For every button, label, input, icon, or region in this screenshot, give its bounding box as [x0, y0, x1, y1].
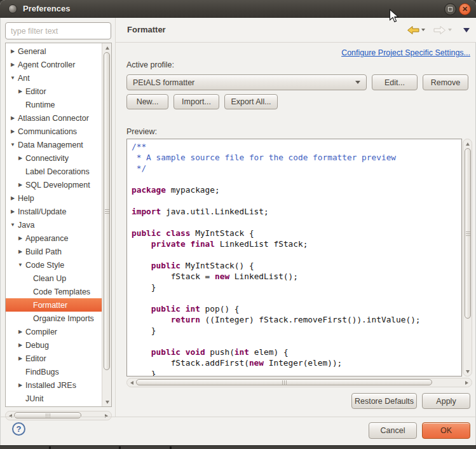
tree-item-label: Runtime — [25, 100, 55, 109]
close-button[interactable]: ✕ — [459, 3, 471, 15]
sidebar-item-data-management[interactable]: ▼Data Management — [6, 138, 102, 151]
tree-item-label: Installed JREs — [25, 381, 76, 390]
footer-divider — [0, 417, 476, 417]
chevron-collapsed-icon[interactable]: ▶ — [16, 249, 25, 254]
chevron-collapsed-icon[interactable]: ▶ — [16, 342, 25, 348]
scroll-left-arrow-icon[interactable] — [128, 378, 136, 387]
code-line: package mypackage; — [132, 184, 461, 195]
chevron-collapsed-icon[interactable]: ▶ — [8, 48, 17, 54]
sidebar-item-atlassian-connector[interactable]: ▶Atlassian Connector — [6, 111, 102, 125]
sidebar-item-compiler[interactable]: ▶Compiler — [6, 325, 102, 338]
chevron-collapsed-icon[interactable]: ▶ — [8, 62, 17, 67]
chevron-collapsed-icon[interactable]: ▶ — [8, 128, 17, 134]
sidebar-item-agent-controller[interactable]: ▶Agent Controller — [6, 58, 102, 71]
tree-item-label: SQL Development — [25, 181, 90, 190]
tree-item-label: Code Templates — [33, 287, 90, 296]
scroll-right-arrow-icon[interactable] — [463, 378, 471, 387]
sidebar-item-findbugs[interactable]: FindBugs — [6, 365, 102, 378]
page-header: Formatter — [116, 18, 476, 43]
tree-hscrollbar-thumb[interactable] — [14, 412, 81, 418]
background-artifact — [119, 446, 121, 449]
scroll-right-arrow-icon[interactable] — [102, 411, 111, 420]
sidebar-item-organize-imports[interactable]: Organize Imports — [6, 312, 102, 325]
titlebar[interactable]: Preferences ✕ — [0, 0, 476, 18]
chevron-collapsed-icon[interactable]: ▶ — [8, 209, 17, 214]
filter-input[interactable] — [6, 27, 116, 36]
edit-button[interactable]: Edit... — [372, 74, 418, 90]
tree-item-label: Data Management — [18, 141, 83, 149]
tree-horizontal-scrollbar[interactable] — [5, 411, 112, 420]
sidebar-item-build-path[interactable]: ▶Build Path — [6, 245, 102, 258]
sidebar-item-code-templates[interactable]: Code Templates — [6, 285, 102, 298]
preview-label: Preview: — [126, 127, 157, 136]
sidebar-item-clean-up[interactable]: Clean Up — [6, 272, 102, 285]
scroll-down-arrow-icon[interactable] — [102, 398, 112, 406]
help-button[interactable]: ? — [12, 422, 25, 436]
chevron-collapsed-icon[interactable]: ▶ — [16, 88, 25, 94]
sidebar-item-code-style[interactable]: ▼Code Style — [6, 258, 102, 272]
sidebar-item-debug[interactable]: ▶Debug — [6, 338, 102, 352]
chevron-collapsed-icon[interactable]: ▶ — [16, 182, 25, 188]
sidebar-item-editor[interactable]: ▶Editor — [6, 352, 102, 365]
remove-button[interactable]: Remove — [423, 74, 468, 90]
maximize-button[interactable] — [444, 3, 456, 15]
export-all-button[interactable]: Export All... — [224, 94, 278, 109]
sidebar-item-junit[interactable]: JUnit — [6, 392, 102, 405]
sidebar-item-appearance[interactable]: ▶Appearance — [6, 231, 102, 245]
chevron-expanded-icon[interactable]: ▼ — [8, 142, 17, 148]
cancel-button[interactable]: Cancel — [369, 422, 417, 439]
apply-button[interactable]: Apply — [422, 393, 470, 409]
sidebar-item-ant[interactable]: ▼Ant — [6, 71, 102, 85]
back-history-dropdown-icon[interactable] — [421, 29, 425, 31]
sidebar-item-communications[interactable]: ▶Communications — [6, 125, 102, 138]
chevron-collapsed-icon[interactable]: ▶ — [16, 329, 25, 335]
sidebar-item-runtime[interactable]: Runtime — [6, 98, 102, 111]
forward-button[interactable] — [433, 25, 452, 35]
sidebar-item-installed-jres[interactable]: ▶Installed JREs — [6, 378, 102, 392]
back-button[interactable] — [407, 25, 425, 35]
preferences-window: Preferences ✕ ⌫ ▶General▶Agent Controlle… — [0, 0, 476, 445]
chevron-collapsed-icon[interactable]: ▶ — [16, 155, 25, 161]
preview-vscrollbar-thumb[interactable] — [465, 148, 471, 319]
tree-item-label: Compiler — [25, 328, 57, 336]
code-line — [132, 336, 461, 347]
forward-history-dropdown-icon[interactable] — [448, 29, 452, 31]
chevron-collapsed-icon[interactable]: ▶ — [8, 115, 17, 121]
sidebar-item-sql-development[interactable]: ▶SQL Development — [6, 178, 102, 191]
chevron-expanded-icon[interactable]: ▼ — [8, 222, 17, 228]
configure-project-settings-link[interactable]: Configure Project Specific Settings... — [341, 48, 470, 57]
preview-box[interactable]: /** * A sample source file for the code … — [126, 139, 462, 376]
active-profile-select[interactable]: PEtALS formatter — [126, 74, 367, 90]
code-line: public class MyIntStack { — [132, 228, 461, 238]
preferences-tree: ▶General▶Agent Controller▼Ant▶EditorRunt… — [6, 43, 102, 406]
view-menu-icon[interactable] — [463, 28, 470, 32]
scroll-up-arrow-icon[interactable] — [463, 140, 472, 148]
sidebar-item-connectivity[interactable]: ▶Connectivity — [6, 151, 102, 165]
sidebar-item-install-update[interactable]: ▶Install/Update — [6, 205, 102, 218]
import-button[interactable]: Import... — [173, 94, 219, 109]
tree-item-label: Ant — [18, 74, 30, 83]
chevron-expanded-icon[interactable]: ▼ — [16, 262, 25, 268]
sidebar-item-general[interactable]: ▶General — [6, 45, 102, 58]
scroll-down-arrow-icon[interactable] — [463, 368, 472, 375]
sidebar-item-label-decorations[interactable]: Label Decorations — [6, 165, 102, 178]
ok-button[interactable]: OK — [422, 422, 470, 439]
chevron-collapsed-icon[interactable]: ▶ — [16, 356, 25, 361]
restore-defaults-button[interactable]: Restore Defaults — [351, 393, 417, 409]
preview-vertical-scrollbar[interactable] — [463, 139, 472, 376]
tree-scrollbar-thumb[interactable] — [104, 52, 110, 370]
new-button[interactable]: New... — [126, 94, 168, 109]
sidebar-item-help[interactable]: ▶Help — [6, 191, 102, 205]
chevron-expanded-icon[interactable]: ▼ — [8, 75, 17, 81]
sidebar-item-formatter[interactable]: Formatter — [6, 298, 102, 312]
scroll-up-arrow-icon[interactable] — [102, 44, 112, 52]
code-line — [132, 249, 461, 260]
preview-horizontal-scrollbar[interactable] — [126, 378, 472, 387]
chevron-collapsed-icon[interactable]: ▶ — [16, 235, 25, 241]
chevron-collapsed-icon[interactable]: ▶ — [16, 382, 25, 388]
chevron-collapsed-icon[interactable]: ▶ — [8, 195, 17, 201]
preview-hscrollbar-thumb[interactable] — [136, 379, 432, 385]
tree-vertical-scrollbar[interactable] — [102, 43, 111, 406]
sidebar-item-editor[interactable]: ▶Editor — [6, 85, 102, 98]
sidebar-item-java[interactable]: ▼Java — [6, 218, 102, 231]
